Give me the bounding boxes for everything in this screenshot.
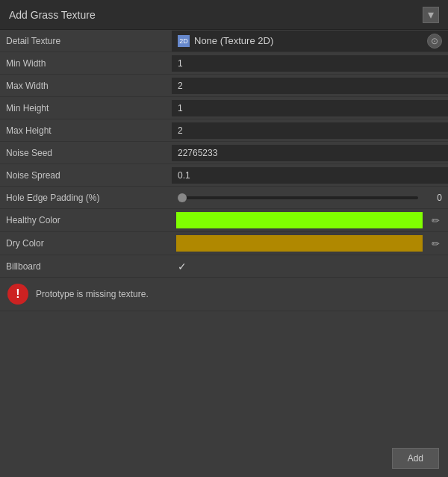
healthy-color-row: Healthy Color ✏ [0,209,448,232]
noise-seed-value[interactable]: 22765233 [172,145,448,161]
collapse-button[interactable]: ▾ [423,7,439,23]
detail-texture-label: Detail Texture [0,32,172,50]
dry-color-eyedropper[interactable]: ✏ [427,235,444,252]
healthy-color-eyedropper[interactable]: ✏ [427,212,444,228]
bottom-bar: Add [0,440,448,477]
warning-bar: ! Prototype is missing texture. [0,278,448,311]
hole-edge-padding-label: Hole Edge Padding (%) [0,189,172,207]
noise-seed-row: Noise Seed 22765233 [0,142,448,164]
hole-edge-padding-value: 0 [424,193,442,203]
add-button[interactable]: Add [392,448,439,469]
min-width-value[interactable]: 1 [172,55,448,72]
healthy-color-label: Healthy Color [0,211,172,229]
billboard-label: Billboard [0,258,172,275]
detail-texture-row: Detail Texture 2D None (Texture 2D) ⊙ [0,30,448,52]
min-width-row: Min Width 1 [0,52,448,75]
hole-edge-padding-track[interactable] [178,196,418,199]
hole-edge-padding-thumb[interactable] [178,193,187,202]
dry-color-row: Dry Color ✏ [0,232,448,255]
min-width-label: Min Width [0,54,172,72]
billboard-checkbox-container[interactable]: ✓ [172,258,448,275]
max-height-value[interactable]: 2 [172,122,448,139]
texture-name: None (Texture 2D) [194,35,273,46]
title-bar: Add Grass Texture ▾ [0,0,448,30]
healthy-color-swatch[interactable] [176,212,423,228]
max-height-row: Max Height 2 [0,119,448,142]
noise-spread-label: Noise Spread [0,166,172,184]
texture-select-button[interactable]: ⊙ [427,34,442,49]
max-width-value[interactable]: 2 [172,78,448,94]
detail-texture-value[interactable]: 2D None (Texture 2D) ⊙ [172,31,448,52]
dry-color-container: ✏ [172,232,448,255]
min-height-label: Min Height [0,99,172,117]
min-height-value[interactable]: 1 [172,100,448,116]
hole-edge-padding-row: Hole Edge Padding (%) 0 [0,187,448,209]
max-width-row: Max Width 2 [0,75,448,97]
window-title: Add Grass Texture [9,9,96,21]
max-width-label: Max Width [0,77,172,95]
healthy-color-container: ✏ [172,209,448,231]
billboard-checkmark: ✓ [178,261,187,272]
warning-icon: ! [7,284,28,305]
noise-spread-value[interactable]: 0.1 [172,167,448,184]
hole-edge-padding-slider-container: 0 [172,190,448,206]
min-height-row: Min Height 1 [0,97,448,119]
max-height-label: Max Height [0,122,172,140]
dry-color-swatch[interactable] [176,235,423,252]
form-content: Detail Texture 2D None (Texture 2D) ⊙ Mi… [0,30,448,311]
dry-color-label: Dry Color [0,234,172,252]
texture-2d-icon: 2D [178,35,190,47]
billboard-row: Billboard ✓ [0,255,448,278]
warning-message: Prototype is missing texture. [36,289,149,299]
noise-seed-label: Noise Seed [0,144,172,162]
noise-spread-row: Noise Spread 0.1 [0,164,448,187]
